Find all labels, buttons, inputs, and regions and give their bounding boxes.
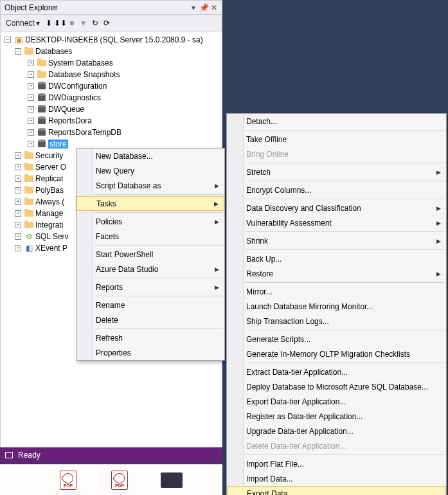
menu-tasks[interactable]: Tasks▶ [76, 196, 224, 211]
menu-properties[interactable]: Properties [76, 345, 224, 360]
status-text: Ready [18, 451, 40, 460]
disconnect-all-icon[interactable]: ⬇⬇ [55, 18, 66, 28]
menu-detach[interactable]: Detach... [227, 114, 446, 129]
chevron-right-icon: ▶ [436, 220, 441, 226]
refresh-icon[interactable]: ↻ [90, 18, 100, 28]
folder-icon [24, 150, 34, 161]
menu-start-powershell[interactable]: Start PowerShell [76, 247, 224, 262]
tree-node-reportsdoratmp[interactable]: +ReportsDoraTempDB [1, 127, 222, 138]
folder-icon [24, 208, 34, 219]
tree-node-snapshots[interactable]: +Database Snapshots [1, 69, 222, 80]
menu-new-query[interactable]: New Query [76, 163, 224, 178]
menu-export-data[interactable]: Export Data... [227, 486, 446, 495]
loader-icon[interactable]: ⟳ [102, 18, 112, 28]
agent-icon: ⚙ [24, 231, 34, 242]
pin-icon[interactable]: 📌 [199, 3, 209, 13]
menu-azure-data-studio[interactable]: Azure Data Studio▶ [76, 262, 224, 276]
menu-stretch[interactable]: Stretch▶ [227, 165, 446, 179]
chevron-right-icon: ▶ [436, 169, 441, 176]
status-bar: Ready [0, 447, 222, 463]
chevron-right-icon: ▶ [436, 271, 441, 277]
panel-header: Object Explorer ▾ 📌 ✕ [1, 1, 222, 15]
menu-launch-mirroring[interactable]: Launch Database Mirroring Monitor... [227, 299, 446, 314]
tree-node-dwconfig[interactable]: +DWConfiguration [1, 80, 222, 92]
chevron-right-icon: ▶ [215, 266, 219, 273]
database-icon [37, 139, 47, 149]
folder-icon [37, 58, 47, 68]
chevron-right-icon: ▶ [215, 284, 219, 291]
server-icon: ▣ [13, 35, 24, 45]
menu-bring-online: Bring Online [227, 147, 446, 161]
tree-node-reportsdora[interactable]: +ReportsDora [1, 115, 222, 127]
dropdown-icon[interactable]: ▾ [188, 3, 199, 13]
menu-import-data[interactable]: Import Data... [227, 471, 446, 486]
menu-refresh[interactable]: Refresh [76, 330, 224, 345]
menu-rename[interactable]: Rename [76, 298, 224, 312]
folder-icon [37, 69, 47, 80]
menu-generate-imoltp[interactable]: Generate In-Memory OLTP Migration Checkl… [227, 346, 446, 361]
folder-icon [24, 174, 34, 184]
tree-node-dwdiag[interactable]: +DWDiagnostics [1, 92, 222, 104]
close-icon[interactable]: ✕ [209, 3, 219, 13]
chevron-right-icon: ▶ [215, 219, 219, 225]
menu-data-discovery[interactable]: Data Discovery and Classification▶ [227, 201, 446, 215]
database-icon [37, 127, 47, 138]
panel-title: Object Explorer [3, 3, 188, 12]
menu-export-dta[interactable]: Export Data-tier Application... [227, 394, 446, 409]
menu-script-database[interactable]: Script Database as▶ [76, 178, 224, 193]
database-icon [37, 116, 47, 126]
menu-delete[interactable]: Delete [76, 312, 224, 327]
menu-delete-dta: Delete Data-tier Application... [227, 438, 446, 453]
database-icon [37, 93, 47, 103]
status-indicator-icon [5, 452, 13, 458]
menu-facets[interactable]: Facets [76, 229, 224, 244]
chevron-right-icon: ▶ [436, 205, 441, 212]
pdf-icon[interactable]: PDF [58, 470, 78, 491]
menu-back-up[interactable]: Back Up... [227, 251, 446, 266]
menu-ship-tx-logs[interactable]: Ship Transaction Logs... [227, 314, 446, 328]
disconnect-icon[interactable]: ⬇ [44, 18, 54, 28]
menu-encrypt-columns[interactable]: Encrypt Columns... [227, 183, 446, 197]
database-icon [37, 81, 47, 91]
context-menu-database: New Database... New Query Script Databas… [76, 148, 225, 361]
server-node[interactable]: −▣DESKTOP-INGEKE8 (SQL Server 15.0.2080.… [1, 34, 222, 46]
folder-icon [24, 162, 34, 172]
tree-node-sysdb[interactable]: +System Databases [1, 57, 222, 69]
filter-icon[interactable]: ▼ [78, 18, 89, 28]
menu-take-offline[interactable]: Take Offline [227, 132, 446, 147]
chevron-right-icon: ▶ [436, 238, 441, 244]
menu-vulnerability[interactable]: Vulnerability Assessment▶ [227, 215, 446, 230]
database-icon [37, 104, 47, 114]
connect-button[interactable]: Connect ▾ [3, 17, 42, 29]
chevron-right-icon: ▶ [214, 201, 219, 207]
folder-icon [24, 197, 34, 207]
menu-generate-scripts[interactable]: Generate Scripts... [227, 332, 446, 346]
chevron-right-icon: ▶ [215, 183, 219, 189]
menu-upgrade-dta[interactable]: Upgrade Data-tier Application... [227, 424, 446, 438]
menu-extract-dta[interactable]: Extract Data-tier Application... [227, 364, 446, 379]
stop-icon[interactable]: ■ [67, 18, 77, 28]
menu-deploy-azure[interactable]: Deploy Database to Microsoft Azure SQL D… [227, 379, 446, 394]
menu-new-database[interactable]: New Database... [76, 148, 224, 163]
toolbar: Connect ▾ ⬇ ⬇⬇ ■ ▼ ↻ ⟳ [1, 15, 222, 32]
taskbar: PDF PDF [0, 464, 222, 495]
tree-node-dwqueue[interactable]: +DWQueue [1, 104, 222, 115]
menu-policies[interactable]: Policies▶ [76, 214, 224, 229]
folder-icon [24, 185, 34, 195]
menu-mirror[interactable]: Mirror... [227, 284, 446, 299]
folder-icon [24, 46, 34, 57]
pdf-icon[interactable]: PDF [109, 470, 130, 491]
taskbar-thumbnail-icon[interactable] [161, 473, 183, 488]
menu-reports[interactable]: Reports▶ [76, 280, 224, 294]
context-menu-tasks: Detach... Take Offline Bring Online Stre… [226, 113, 447, 495]
databases-node[interactable]: −Databases [1, 46, 222, 57]
menu-shrink[interactable]: Shrink▶ [227, 233, 446, 248]
folder-icon [24, 220, 34, 230]
menu-register-dta[interactable]: Register as Data-tier Application... [227, 409, 446, 424]
menu-import-flat-file[interactable]: Import Flat File... [227, 456, 446, 471]
menu-restore[interactable]: Restore▶ [227, 266, 446, 281]
xevent-icon: ◧ [24, 243, 34, 253]
